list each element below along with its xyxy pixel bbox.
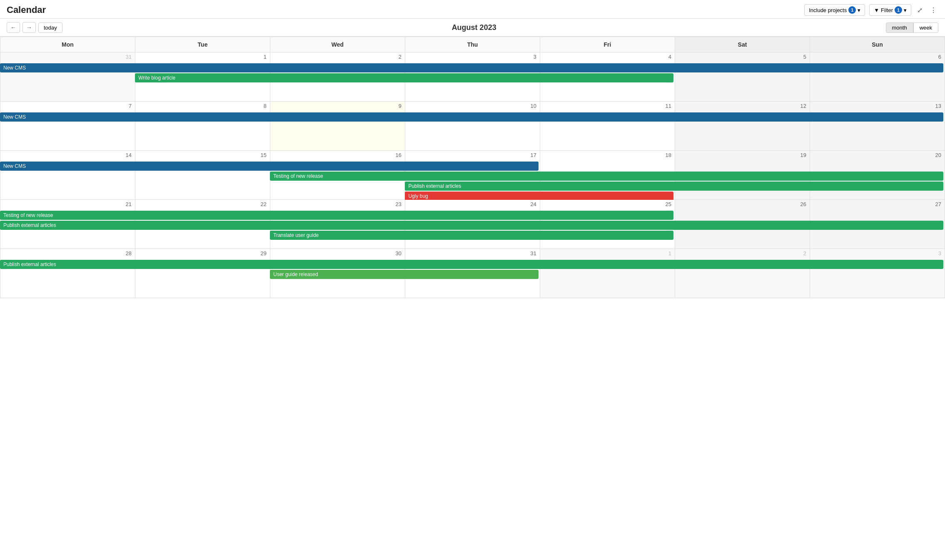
day-number: 4 xyxy=(540,52,675,60)
top-right-controls: Include projects 1 ▾ ▼ Filter 1 ▾ ⤢ ⋮ xyxy=(804,4,938,16)
week-3: 21222324252627Testing of new releasePubl… xyxy=(0,200,945,249)
event-publish-external-articles[interactable]: Publish external articles xyxy=(0,260,943,269)
day-number: 28 xyxy=(0,249,135,256)
filter-label: Filter xyxy=(881,7,893,13)
day-number: 3 xyxy=(405,52,540,60)
day-cell-9[interactable]: 9 xyxy=(270,102,405,151)
day-number: 26 xyxy=(675,200,810,207)
day-number: 31 xyxy=(0,52,135,60)
day-number: 22 xyxy=(135,200,270,207)
header-day-sat: Sat xyxy=(675,37,810,52)
day-cell-15[interactable]: 15 xyxy=(135,151,270,200)
day-number: 14 xyxy=(0,151,135,158)
day-number: 1 xyxy=(135,52,270,60)
day-number: 17 xyxy=(405,151,540,158)
more-options-icon[interactable]: ⋮ xyxy=(928,5,938,16)
event-write-blog-article[interactable]: Write blog article xyxy=(135,73,673,82)
filter-badge: 1 xyxy=(895,6,902,14)
nav-bar: ← → today August 2023 month week xyxy=(0,19,945,37)
week-view-button[interactable]: week xyxy=(913,22,938,33)
day-number: 15 xyxy=(135,151,270,158)
day-number: 3 xyxy=(810,249,945,256)
day-cell-2[interactable]: 2 xyxy=(675,249,810,298)
day-number: 13 xyxy=(810,102,945,109)
today-button[interactable]: today xyxy=(38,22,62,33)
day-cell-12[interactable]: 12 xyxy=(675,102,810,151)
include-projects-label: Include projects xyxy=(809,7,847,13)
filter-icon: ▼ xyxy=(874,7,879,13)
day-cell-5[interactable]: 5 xyxy=(675,52,810,102)
day-cell-7[interactable]: 7 xyxy=(0,102,135,151)
calendar-header: MonTueWedThuFriSatSun xyxy=(0,37,945,52)
day-number: 12 xyxy=(675,102,810,109)
include-projects-badge: 1 xyxy=(848,6,856,14)
day-cell-11[interactable]: 11 xyxy=(540,102,675,151)
nav-left: ← → today xyxy=(7,22,62,33)
day-number: 20 xyxy=(810,151,945,158)
day-number: 11 xyxy=(540,102,675,109)
day-number: 7 xyxy=(0,102,135,109)
event-testing-of-new-release[interactable]: Testing of new release xyxy=(270,172,943,181)
day-cell-6[interactable]: 6 xyxy=(810,52,945,102)
week-2: 14151617181920New CMSTesting of new rele… xyxy=(0,151,945,200)
day-cell-3[interactable]: 3 xyxy=(810,249,945,298)
day-number: 2 xyxy=(270,52,405,60)
day-number: 18 xyxy=(540,151,675,158)
day-number: 16 xyxy=(270,151,405,158)
expand-icon[interactable]: ⤢ xyxy=(915,5,924,16)
event-publish-external-articles[interactable]: Publish external articles xyxy=(405,182,943,191)
day-cell-14[interactable]: 14 xyxy=(0,151,135,200)
header-day-wed: Wed xyxy=(270,37,405,52)
day-number: 21 xyxy=(0,200,135,207)
event-testing-of-new-release[interactable]: Testing of new release xyxy=(0,211,673,220)
day-cell-29[interactable]: 29 xyxy=(135,249,270,298)
view-switcher: month week xyxy=(886,22,939,33)
calendar-body: 31123456New CMSWrite blog article7891011… xyxy=(0,52,945,298)
day-number: 23 xyxy=(270,200,405,207)
day-cell-10[interactable]: 10 xyxy=(405,102,540,151)
day-number: 30 xyxy=(270,249,405,256)
header-day-sun: Sun xyxy=(810,37,945,52)
chevron-down-icon: ▾ xyxy=(858,7,860,13)
event-ugly-bug[interactable]: Ugly bug xyxy=(405,192,673,201)
week-1: 78910111213New CMS xyxy=(0,102,945,151)
event-user-guide-released[interactable]: User guide released xyxy=(270,270,538,279)
day-number: 25 xyxy=(540,200,675,207)
event-new-cms[interactable]: New CMS xyxy=(0,63,943,72)
week-4: 28293031123Publish external articlesUser… xyxy=(0,249,945,298)
week-0: 31123456New CMSWrite blog article xyxy=(0,52,945,102)
header-day-fri: Fri xyxy=(540,37,675,52)
event-translate-user-guide[interactable]: Translate user guide xyxy=(270,231,673,240)
chevron-down-icon: ▾ xyxy=(904,7,907,13)
month-title: August 2023 xyxy=(62,23,886,32)
event-new-cms[interactable]: New CMS xyxy=(0,162,539,171)
day-cell-13[interactable]: 13 xyxy=(810,102,945,151)
day-number: 19 xyxy=(675,151,810,158)
day-cell-8[interactable]: 8 xyxy=(135,102,270,151)
day-number: 2 xyxy=(675,249,810,256)
day-number: 8 xyxy=(135,102,270,109)
day-cell-31[interactable]: 31 xyxy=(0,52,135,102)
day-number: 9 xyxy=(270,102,405,109)
event-publish-external-articles[interactable]: Publish external articles xyxy=(0,221,943,230)
month-view-button[interactable]: month xyxy=(886,22,913,33)
include-projects-button[interactable]: Include projects 1 ▾ xyxy=(804,4,865,16)
filter-button[interactable]: ▼ Filter 1 ▾ xyxy=(869,4,911,16)
prev-button[interactable]: ← xyxy=(7,22,20,33)
event-new-cms[interactable]: New CMS xyxy=(0,112,943,122)
day-number: 29 xyxy=(135,249,270,256)
day-number: 31 xyxy=(405,249,540,256)
calendar-container: MonTueWedThuFriSatSun 31123456New CMSWri… xyxy=(0,37,945,298)
top-bar: Calendar Include projects 1 ▾ ▼ Filter 1… xyxy=(0,0,945,19)
day-number: 5 xyxy=(675,52,810,60)
day-cell-28[interactable]: 28 xyxy=(0,249,135,298)
day-number: 1 xyxy=(540,249,675,256)
header-day-tue: Tue xyxy=(135,37,270,52)
day-number: 24 xyxy=(405,200,540,207)
app-title: Calendar xyxy=(7,5,46,15)
next-button[interactable]: → xyxy=(22,22,36,33)
day-number: 6 xyxy=(810,52,945,60)
day-number: 27 xyxy=(810,200,945,207)
day-cell-1[interactable]: 1 xyxy=(540,249,675,298)
header-day-thu: Thu xyxy=(405,37,540,52)
